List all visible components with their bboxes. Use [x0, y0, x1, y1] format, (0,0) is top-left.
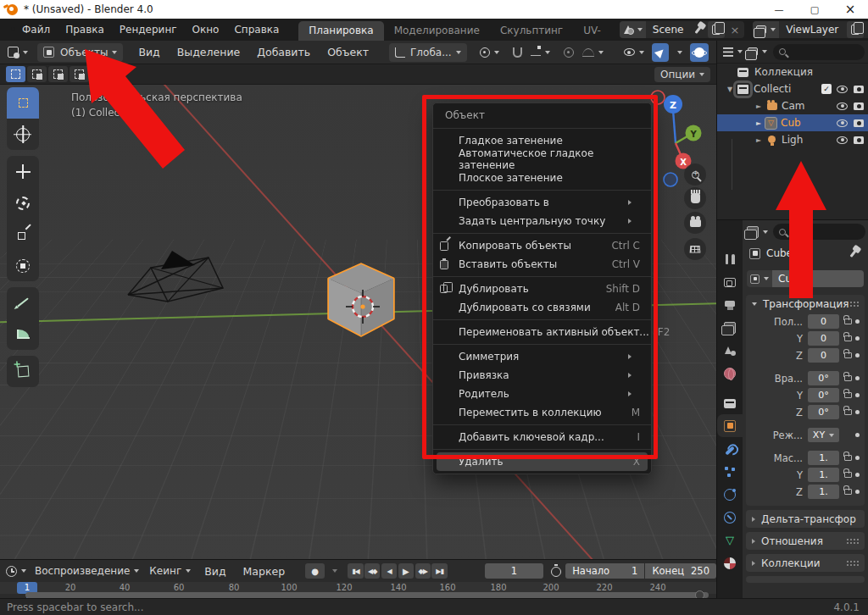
options-dropdown[interactable]: Опции	[654, 67, 710, 82]
proportional-edit-toggle[interactable]	[559, 43, 578, 62]
collapsed-panel-partial[interactable]	[746, 576, 865, 583]
panel-grip[interactable]	[846, 538, 859, 545]
viewport-zoom-button[interactable]	[684, 163, 706, 186]
scale-y-field[interactable]: 1.	[808, 468, 839, 482]
keyframe-dot[interactable]	[855, 376, 860, 380]
outliner-row-scene-collection[interactable]: Коллекция	[717, 64, 868, 80]
visibility-dropdown[interactable]	[620, 43, 648, 62]
select-mode-intersect-button[interactable]	[91, 66, 110, 82]
gizmo-dropdown[interactable]	[669, 43, 687, 62]
outliner-display-mode-dropdown[interactable]	[721, 47, 745, 57]
outliner-filter-dropdown[interactable]	[745, 47, 770, 56]
outliner-row-camera[interactable]: ► Cam	[717, 97, 868, 114]
timeline-scrollbar[interactable]	[25, 592, 709, 598]
scale-z-field[interactable]: 1.	[808, 485, 839, 499]
disclosure-open-icon[interactable]: ▼	[726, 86, 734, 93]
panel-grip[interactable]	[849, 301, 859, 308]
menu-select[interactable]: Выделение	[169, 46, 248, 58]
lock-icon[interactable]	[844, 409, 852, 415]
viewport-perspective-button[interactable]	[684, 238, 706, 260]
viewlayer-name[interactable]: ViewLayer	[779, 24, 845, 36]
timeline-menu-view[interactable]: Вид	[196, 565, 234, 578]
menu-file[interactable]: Файл	[14, 24, 58, 36]
properties-editor-type-button[interactable]	[745, 226, 770, 238]
snap-toggle[interactable]	[509, 43, 526, 62]
hide-eye-toggle[interactable]	[837, 86, 848, 93]
use-preview-range-button[interactable]	[547, 565, 565, 577]
tab-physics[interactable]	[717, 483, 743, 506]
tab-material[interactable]	[717, 551, 743, 574]
tool-select-box[interactable]	[7, 87, 39, 119]
tool-rotate[interactable]	[7, 187, 39, 219]
frame-start-field[interactable]: Начало1	[565, 563, 644, 579]
tool-move[interactable]	[7, 156, 39, 187]
keyframe-dot[interactable]	[855, 393, 860, 397]
tab-uv[interactable]: UV-	[573, 21, 611, 41]
snap-target-dropdown[interactable]	[526, 43, 554, 62]
play-reverse-button[interactable]: ◀	[381, 563, 397, 579]
timeline-editor-type-button[interactable]	[0, 566, 30, 577]
keyframe-dot[interactable]	[855, 433, 860, 437]
select-mode-subtract-button[interactable]	[48, 66, 68, 82]
menu-edit[interactable]: Правка	[58, 24, 112, 36]
lock-icon[interactable]	[844, 375, 852, 381]
select-mode-extend-button[interactable]	[27, 66, 47, 82]
viewlayer-browse-button[interactable]	[753, 21, 779, 38]
location-y-field[interactable]: 0	[808, 331, 839, 346]
disclosure-closed-icon[interactable]: ►	[754, 119, 763, 127]
falloff-dropdown[interactable]	[578, 43, 608, 62]
tool-annotate[interactable]	[7, 287, 39, 319]
keyframe-dot[interactable]	[855, 336, 860, 341]
transform-panel-header[interactable]: Трансформация	[746, 295, 865, 313]
previous-keyframe-button[interactable]: ◀◆	[364, 563, 380, 579]
viewlayer-new-button[interactable]	[847, 21, 864, 38]
editor-type-button[interactable]	[3, 43, 32, 62]
lock-icon[interactable]	[844, 392, 852, 398]
tool-add-cube[interactable]	[7, 356, 39, 387]
current-frame-field[interactable]: 1	[485, 563, 543, 579]
scene-browse-button[interactable]	[620, 21, 646, 38]
select-mode-invert-button[interactable]	[70, 66, 89, 82]
collection-checkbox[interactable]: ✓	[821, 84, 832, 94]
render-camera-toggle[interactable]	[854, 136, 864, 144]
gizmo-toggle[interactable]	[652, 43, 669, 62]
auto-keying-record-button[interactable]: ●	[305, 563, 325, 579]
outliner-row-collection[interactable]: ▼ Collecti ✓	[717, 80, 868, 97]
next-keyframe-button[interactable]: ◆▶	[415, 563, 431, 579]
pin-icon[interactable]	[850, 250, 857, 258]
keyframe-dot[interactable]	[855, 473, 860, 477]
tab-particles[interactable]	[717, 460, 743, 483]
keying-set-dropdown[interactable]	[325, 569, 341, 573]
timeline-menu-marker[interactable]: Маркер	[235, 565, 294, 578]
lock-icon[interactable]	[844, 352, 852, 358]
scene-name[interactable]: Scene	[646, 24, 691, 36]
keyframe-dot[interactable]	[855, 353, 860, 357]
breadcrumb-object-name[interactable]: Cube	[766, 247, 845, 259]
menu-view[interactable]: Вид	[130, 46, 168, 58]
tab-object-data[interactable]: ▽	[717, 529, 743, 551]
rotation-x-field[interactable]: 0°	[808, 371, 839, 385]
location-z-field[interactable]: 0	[808, 348, 839, 363]
outliner-search-input[interactable]	[773, 44, 865, 60]
object-name-field[interactable]: Cub	[772, 270, 864, 287]
render-camera-toggle[interactable]	[854, 102, 864, 110]
jump-to-end-button[interactable]: ▶▮	[431, 563, 447, 579]
outliner-row-cube-selected[interactable]: ► ▽ Cub	[717, 114, 868, 131]
relations-panel[interactable]: Отношения	[746, 532, 865, 550]
rotation-mode-dropdown[interactable]: XY	[808, 428, 839, 442]
transform-orientation-dropdown[interactable]: Глоба...	[389, 43, 467, 62]
disclosure-closed-icon[interactable]: ►	[754, 102, 763, 110]
object-browse-button[interactable]	[747, 270, 772, 287]
viewport-camera-view-button[interactable]	[684, 212, 706, 234]
keying-dropdown[interactable]: Кеинг	[144, 565, 196, 577]
scale-x-field[interactable]: 1.	[808, 451, 839, 465]
menu-help[interactable]: Справка	[226, 24, 287, 36]
select-mode-set-button[interactable]	[6, 66, 25, 82]
tab-object[interactable]	[717, 414, 743, 437]
tab-tool[interactable]	[717, 247, 743, 270]
collections-panel[interactable]: Коллекции	[746, 554, 865, 572]
minimize-button[interactable]: —	[761, 0, 797, 19]
rotation-y-field[interactable]: 0°	[808, 388, 839, 402]
frame-end-field[interactable]: Конец250	[645, 563, 716, 579]
tool-transform[interactable]	[7, 250, 39, 281]
